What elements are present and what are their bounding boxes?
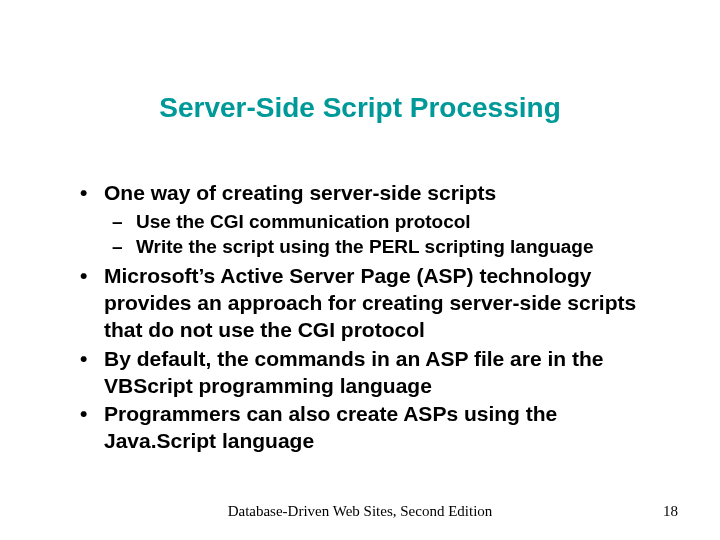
bullet-text: By default, the commands in an ASP file … xyxy=(104,347,603,397)
bullet-item: Microsoft’s Active Server Page (ASP) tec… xyxy=(78,263,658,344)
sub-bullet-item: Use the CGI communication protocol xyxy=(104,209,658,234)
sub-bullet-item: Write the script using the PERL scriptin… xyxy=(104,234,658,259)
bullet-text: One way of creating server-side scripts xyxy=(104,181,496,204)
slide-body: One way of creating server-side scripts … xyxy=(78,180,658,457)
footer-page-number: 18 xyxy=(663,503,678,520)
bullet-item: By default, the commands in an ASP file … xyxy=(78,346,658,400)
bullet-item: One way of creating server-side scripts … xyxy=(78,180,658,259)
sub-bullet-text: Write the script using the PERL scriptin… xyxy=(136,236,593,257)
sub-bullet-text: Use the CGI communication protocol xyxy=(136,211,471,232)
bullet-list-level1: One way of creating server-side scripts … xyxy=(78,180,658,455)
bullet-item: Programmers can also create ASPs using t… xyxy=(78,401,658,455)
footer-source: Database-Driven Web Sites, Second Editio… xyxy=(0,503,720,520)
bullet-list-level2: Use the CGI communication protocol Write… xyxy=(104,209,658,259)
bullet-text: Microsoft’s Active Server Page (ASP) tec… xyxy=(104,264,636,341)
slide: Server-Side Script Processing One way of… xyxy=(0,0,720,540)
bullet-text: Programmers can also create ASPs using t… xyxy=(104,402,557,452)
slide-title: Server-Side Script Processing xyxy=(0,92,720,124)
